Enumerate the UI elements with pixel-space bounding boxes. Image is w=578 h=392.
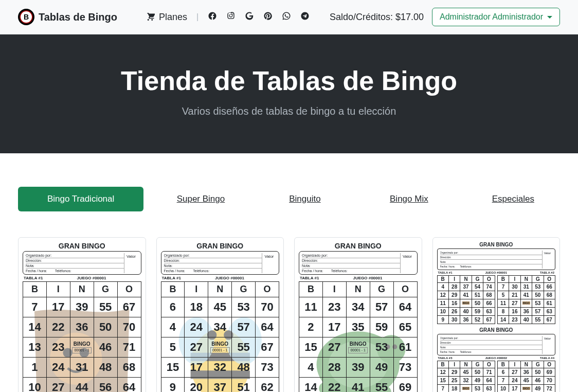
meta-valor: Valor [262, 253, 276, 273]
mini-center: BIGO [520, 299, 532, 308]
cart-icon [146, 11, 155, 23]
admin-dropdown[interactable]: Administrador Administrador [432, 8, 560, 26]
meta-valor: Valor [542, 336, 552, 354]
tab-bingo-tradicional[interactable]: Bingo Tradicional [18, 187, 143, 211]
tabla4-number: TABLA #4 [540, 357, 554, 360]
juego-number: JUEGO #00001 [485, 271, 507, 274]
center-cell: BINGO00001 - 1 [346, 337, 370, 358]
meta-organizado: Organizado por: [440, 251, 543, 255]
card-game: TABLA #3 JUEGO #00002 TABLA #4 [437, 357, 556, 360]
tabla-number: TABLA #1 [162, 276, 181, 280]
card-title: GRAN BINGO [437, 242, 556, 247]
card-meta: Organizado por: Dirección: Nota: Fecha /… [23, 251, 141, 275]
meta-nota: Nota: [440, 345, 543, 350]
social-icons [208, 11, 310, 23]
meta-fecha: Fecha / hora: [302, 269, 323, 273]
nav-divider: | [196, 12, 198, 22]
product-card-2[interactable]: GRAN BINGO Organizado por: Dirección: No… [156, 237, 284, 392]
product-card-4[interactable]: GRAN BINGO Organizado por: Dirección: No… [432, 237, 561, 392]
facebook-icon[interactable] [208, 11, 217, 23]
mini-center: BIGO [460, 385, 472, 393]
meta-nota: Nota: [302, 263, 400, 269]
instagram-icon[interactable] [226, 11, 236, 23]
tab-super-bingo[interactable]: Super Bingo [154, 194, 247, 204]
mini-table-1-left: BINGO 428375474 1229415168 1116BIGO5066 … [437, 275, 495, 324]
google-icon[interactable] [245, 11, 254, 23]
meta-direccion: Dirección: [164, 258, 262, 263]
tab-binguito[interactable]: Binguito [258, 194, 352, 204]
tabla-number: TABLA #1 [300, 276, 319, 280]
card-title: GRAN BINGO [161, 242, 280, 250]
pinterest-icon[interactable] [263, 11, 273, 23]
hero: Tienda de Tablas de Bingo Varios diseños… [0, 34, 578, 153]
bingo-table-2: BINGO 618455370 424345764 527BINGO00001 … [161, 281, 280, 392]
meta-telefonos: Teléfonos: [193, 269, 209, 273]
nav-right: Saldo/Créditos: $17.00 Administrador Adm… [330, 8, 560, 26]
meta-fecha: Fecha / hora: [440, 265, 455, 268]
mini-table-2-left: BINGO 1229455071 1525324964 718BIGO5363 … [437, 361, 495, 392]
meta-organizado: Organizado por: [26, 253, 124, 258]
meta-telefonos: Teléfonos: [55, 269, 71, 273]
mini-table-1-right: BINGO 730315366 521415068 1127BIGO5361 8… [497, 275, 555, 324]
juego2-number: JUEGO #00002 [485, 357, 507, 360]
meta-organizado: Organizado por: [302, 253, 400, 258]
cards-row: GRAN BINGO Organizado por: Dirección: No… [0, 224, 578, 392]
admin-label: Administrador Administrador [440, 12, 543, 22]
chevron-down-icon [547, 16, 552, 19]
brand-logo: B [18, 9, 34, 25]
saldo-text: Saldo/Créditos: $17.00 [330, 12, 424, 23]
product-card-3[interactable]: GRAN BINGO Organizado por: Dirección: No… [294, 237, 422, 392]
card-title: GRAN BINGO [23, 242, 141, 250]
card-game: TABLA #1 JUEGO #00001 TABLA #2 [437, 271, 556, 274]
meta-valor: Valor [542, 251, 552, 269]
meta-direccion: Dirección: [440, 341, 543, 345]
meta-direccion: Dirección: [440, 255, 543, 260]
tabla-number: TABLA #1 [438, 271, 453, 274]
meta-organizado: Organizado por: [164, 253, 262, 258]
card-meta: Organizado por: Dirección: Nota: Fecha /… [437, 248, 556, 270]
tabla3-number: TABLA #3 [438, 357, 453, 360]
card-meta: Organizado por: Dirección: Nota: Fecha /… [161, 251, 280, 275]
card-title: GRAN BINGO [299, 242, 418, 250]
tabla-number: TABLA #1 [24, 276, 43, 280]
meta-telefonos: Teléfonos: [460, 350, 472, 353]
meta-telefonos: Teléfonos: [331, 269, 348, 273]
meta-nota: Nota: [440, 260, 543, 264]
whatsapp-icon[interactable] [282, 11, 291, 23]
juego-number: JUEGO #00001 [215, 276, 244, 280]
meta-valor: Valor [124, 253, 138, 273]
center-cell: BINGO00001 - 1 [208, 337, 232, 358]
meta-valor: Valor [400, 253, 414, 273]
meta-nota: Nota: [26, 263, 124, 269]
mini-center: BIGO [460, 299, 472, 308]
navbar: B Tablas de Bingo Planes | Saldo/Crédito… [0, 0, 578, 34]
juego-number: JUEGO #00001 [77, 276, 106, 280]
tab-especiales[interactable]: Especiales [466, 194, 560, 204]
bingo-table-1: BINGO 717395567 1422365070 1323BINGO0000… [23, 281, 141, 392]
card-meta: Organizado por: Dirección: Nota: Fecha /… [437, 334, 556, 355]
meta-direccion: Dirección: [26, 258, 124, 263]
nav-planes-link[interactable]: Planes [146, 11, 187, 23]
meta-organizado: Organizado por: [440, 336, 543, 341]
tabla2-number: TABLA #2 [540, 271, 554, 274]
meta-fecha: Fecha / hora: [164, 269, 185, 273]
mini-center: BIGO [520, 385, 532, 393]
telegram-icon[interactable] [300, 11, 310, 23]
card-game: TABLA #1 JUEGO #00001 [161, 276, 280, 280]
brand-logo-letter: B [21, 11, 32, 23]
mini-table-2-right: BINGO 627365069 724454670 1017BIGO4972 1… [497, 361, 555, 392]
tab-bingo-mix[interactable]: Bingo Mix [362, 194, 456, 204]
nav-planes-label: Planes [159, 12, 187, 23]
juego-number: JUEGO #00001 [353, 276, 382, 280]
card-game: TABLA #1 JUEGO #00001 [299, 276, 418, 280]
center-cell: BINGO00001 - 1 [70, 337, 94, 358]
meta-fecha: Fecha / hora: [26, 269, 47, 273]
brand[interactable]: B Tablas de Bingo [18, 9, 117, 25]
card-title: GRAN BINGO [437, 327, 556, 333]
bingo-table-3: BINGO 1123345764 217355965 1527BINGO0000… [299, 281, 418, 392]
product-card-1[interactable]: GRAN BINGO Organizado por: Dirección: No… [18, 237, 146, 392]
meta-fecha: Fecha / hora: [440, 350, 455, 353]
brand-title: Tablas de Bingo [39, 11, 117, 23]
meta-direccion: Dirección: [302, 258, 400, 263]
card-meta: Organizado por: Dirección: Nota: Fecha /… [299, 251, 418, 275]
